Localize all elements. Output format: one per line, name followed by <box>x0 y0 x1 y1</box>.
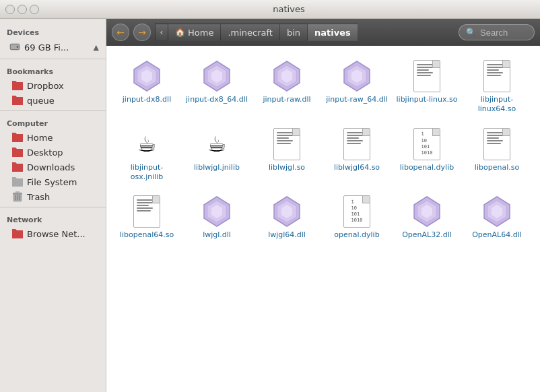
sidebar-item-dropbox[interactable]: Dropbox <box>0 78 106 93</box>
divider-3 <box>0 207 106 207</box>
search-input[interactable] <box>480 28 527 38</box>
breadcrumb: ‹ 🏠 Home .minecraft bin natives <box>155 24 454 41</box>
folder-icon-desktop <box>12 147 23 158</box>
file-libjinput-osx-jnilib[interactable]: ☕ libjinput-osx.jnilib <box>113 124 180 187</box>
dll-icon <box>201 195 233 228</box>
file-libjinput-linux-so[interactable]: libjinput-linux.so <box>393 56 461 119</box>
window-title: natives <box>43 4 535 14</box>
text-file-icon <box>271 128 303 160</box>
sidebar-item-filesystem[interactable]: File System <box>0 174 106 189</box>
breadcrumb-natives[interactable]: natives <box>308 24 358 41</box>
file-label: openal.dylib <box>334 230 379 240</box>
dll-icon <box>411 195 443 228</box>
file-label: libjinput-linux64.so <box>466 95 528 115</box>
file-liblwjgl-so[interactable]: liblwjgl.so <box>253 124 320 187</box>
file-label: OpenAL64.dll <box>472 230 522 240</box>
text-file-icon <box>131 195 163 228</box>
divider-1 <box>0 59 106 59</box>
breadcrumb-bin[interactable]: bin <box>280 24 308 41</box>
sidebar-section-bookmarks: Bookmarks <box>0 62 106 78</box>
dropbox-label: Dropbox <box>27 81 64 91</box>
close-button[interactable] <box>5 5 15 14</box>
file-label: jinput-raw_64.dll <box>326 95 388 104</box>
java-icon: ☕ <box>201 128 233 160</box>
titlebar-buttons[interactable] <box>5 5 39 14</box>
text-file-icon <box>341 128 373 160</box>
desktop-label: Desktop <box>27 148 63 158</box>
breadcrumb-arrow[interactable]: ‹ <box>155 24 168 41</box>
queue-label: queue <box>27 96 55 106</box>
sidebar-item-downloads[interactable]: Downloads <box>0 160 106 174</box>
dll-icon <box>201 60 233 92</box>
folder-icon-downloads <box>12 162 23 172</box>
sidebar-item-browse-net[interactable]: Browse Net... <box>0 226 106 241</box>
sidebar-item-desktop[interactable]: Desktop <box>0 145 106 160</box>
file-jinput-dx8_64-dll[interactable]: jinput-dx8_64.dll <box>183 56 250 119</box>
svg-point-2 <box>17 46 19 48</box>
file-liblwjgl-jnilib[interactable]: ☕ liblwjgl.jnilib <box>183 124 250 187</box>
file-label: liblwjgl.so <box>269 163 305 172</box>
network-icon <box>12 228 23 239</box>
file-libopenal64-so[interactable]: libopenal64.so <box>113 191 180 244</box>
maximize-button[interactable] <box>30 5 39 14</box>
file-label: libopenal.so <box>475 163 519 172</box>
minimize-button[interactable] <box>18 5 27 14</box>
sidebar-item-home[interactable]: Home <box>0 130 106 145</box>
minecraft-crumb-label: .minecraft <box>228 28 273 38</box>
forward-button[interactable]: → <box>133 24 151 41</box>
sidebar-item-trash[interactable]: Trash <box>0 189 106 204</box>
drive-label: 69 GB Fi... <box>24 42 90 53</box>
dll-icon <box>341 60 373 92</box>
back-button[interactable]: ← <box>112 24 129 41</box>
file-jinput-raw_64-dll[interactable]: jinput-raw_64.dll <box>323 56 391 119</box>
binary-content: 1101011010 <box>351 199 363 224</box>
svg-rect-4 <box>13 193 22 195</box>
sidebar-section-devices: Devices <box>0 23 106 39</box>
browse-net-label: Browse Net... <box>27 229 86 239</box>
forward-icon: → <box>138 27 146 38</box>
file-libjinput-linux64-so[interactable]: libjinput-linux64.so <box>463 56 531 119</box>
file-libopenal-dylib[interactable]: 1101011010 libopenal.dylib <box>393 124 461 187</box>
file-label: libjinput-linux.so <box>397 95 458 104</box>
file-liblwjgl64-so[interactable]: liblwjgl64.so <box>323 124 391 187</box>
file-lwjgl-dll[interactable]: lwjgl.dll <box>183 191 250 244</box>
file-label: jinput-raw.dll <box>263 95 310 104</box>
file-grid: jinput-dx8.dll jinput-dx8_64.dll <box>106 46 540 392</box>
sidebar-item-drive[interactable]: 69 GB Fi... ▲ <box>0 39 106 56</box>
sidebar-section-computer: Computer <box>0 114 106 130</box>
search-icon: 🔍 <box>466 28 476 37</box>
sidebar-item-queue[interactable]: queue <box>0 93 106 108</box>
breadcrumb-minecraft[interactable]: .minecraft <box>221 24 280 41</box>
file-libopenal-so[interactable]: libopenal.so <box>463 124 531 187</box>
folder-icon-queue <box>12 95 23 106</box>
file-jinput-raw-dll[interactable]: jinput-raw.dll <box>253 56 320 119</box>
file-label: liblwjgl.jnilib <box>194 163 240 172</box>
file-OpenAL32-dll[interactable]: OpenAL32.dll <box>393 191 461 244</box>
binary-content: 1101011010 <box>421 131 433 156</box>
file-OpenAL64-dll[interactable]: OpenAL64.dll <box>463 191 531 244</box>
file-lwjgl64-dll[interactable]: lwjgl64.dll <box>253 191 320 244</box>
file-label: libopenal64.so <box>120 230 174 240</box>
toolbar: ← → ‹ 🏠 Home .minecraft bin natives <box>106 19 540 46</box>
dll-icon <box>481 195 513 228</box>
eject-button[interactable]: ▲ <box>94 43 99 52</box>
back-icon: ← <box>116 27 125 38</box>
file-jinput-dx8-dll[interactable]: jinput-dx8.dll <box>113 56 180 119</box>
sidebar: Devices 69 GB Fi... ▲ Bookmarks Dropbox <box>0 19 106 392</box>
dll-icon <box>131 60 163 92</box>
filesystem-label: File System <box>27 177 77 187</box>
text-file-icon <box>481 60 513 92</box>
dll-icon <box>271 60 303 92</box>
search-box[interactable]: 🔍 <box>459 24 535 40</box>
downloads-label: Downloads <box>27 162 75 172</box>
text-file-icon <box>411 60 443 92</box>
file-label: jinput-dx8_64.dll <box>186 95 248 104</box>
folder-icon-filesystem <box>12 176 23 187</box>
svg-rect-5 <box>15 191 20 193</box>
breadcrumb-home[interactable]: 🏠 Home <box>168 24 221 41</box>
divider-2 <box>0 110 106 111</box>
java-icon: ☕ <box>131 128 163 160</box>
main-layout: Devices 69 GB Fi... ▲ Bookmarks Dropbox <box>0 19 540 392</box>
sidebar-section-network: Network <box>0 210 106 226</box>
file-openal-dylib[interactable]: 1101011010 openal.dylib <box>323 191 391 244</box>
